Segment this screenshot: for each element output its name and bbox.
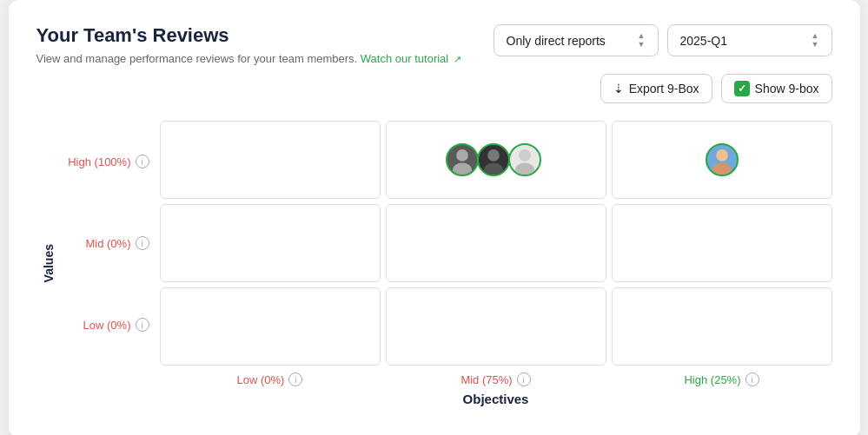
avatar-4: [706, 143, 739, 176]
svg-point-5: [514, 162, 533, 175]
svg-point-6: [716, 149, 728, 161]
subtitle: View and manage performance reviews for …: [36, 52, 461, 65]
show9box-button[interactable]: ✓ Show 9-box: [721, 74, 832, 103]
check-icon: ✓: [738, 82, 746, 95]
cell-low-low[interactable]: [160, 287, 381, 366]
cell-high-high[interactable]: [612, 121, 832, 199]
avatar-3: [508, 143, 541, 176]
svg-point-7: [712, 162, 731, 175]
cell-high-low[interactable]: [160, 121, 381, 199]
period-label: 2025-Q1: [680, 34, 727, 48]
avatar-2: [477, 143, 510, 176]
main-card: Your Team's Reviews View and manage perf…: [9, 0, 860, 435]
col-label-low: Low (0%) i: [160, 372, 381, 386]
svg-point-0: [456, 149, 468, 161]
scope-label: Only direct reports: [507, 34, 606, 48]
nine-box-grid: Values High (100%) i Mid (0%) i Low (0%): [36, 121, 832, 406]
row-low-info-icon[interactable]: i: [136, 318, 149, 332]
scope-arrows: ▲▼: [638, 32, 646, 49]
col-low-info-icon[interactable]: i: [288, 372, 302, 386]
export-button[interactable]: ⇣ Export 9-Box: [600, 74, 712, 103]
cell-mid-high[interactable]: [612, 204, 832, 282]
cell-low-high[interactable]: [612, 287, 832, 366]
svg-point-1: [452, 162, 471, 175]
cell-mid-mid[interactable]: [386, 204, 606, 282]
row-high-info-icon[interactable]: i: [136, 155, 149, 168]
row-mid-info-icon[interactable]: i: [136, 236, 149, 250]
col-label-mid: Mid (75%) i: [386, 372, 606, 386]
row-labels: High (100%) i Mid (0%) i Low (0%) i: [64, 121, 160, 366]
cell-low-mid[interactable]: [386, 287, 606, 366]
page-title: Your Team's Reviews: [36, 24, 461, 47]
subtitle-text: View and manage performance reviews for …: [36, 52, 358, 65]
export-icon: ⇣: [613, 82, 624, 96]
avatar-1: [446, 143, 479, 176]
row-label-mid: Mid (0%) i: [64, 204, 149, 282]
row-label-high: High (100%) i: [64, 122, 149, 201]
export-label: Export 9-Box: [629, 82, 699, 96]
external-link-icon: ↗: [454, 54, 461, 65]
grid-row-low: [160, 287, 832, 366]
x-axis-label: Objectives: [64, 392, 832, 406]
action-row: ⇣ Export 9-Box ✓ Show 9-box: [36, 74, 832, 103]
y-axis-label: Values: [42, 244, 56, 282]
svg-point-4: [519, 149, 531, 161]
col-labels-inner: Low (0%) i Mid (75%) i High (25%) i: [160, 372, 832, 386]
cell-mid-low[interactable]: [160, 204, 381, 282]
title-block: Your Team's Reviews View and manage perf…: [36, 24, 461, 65]
tutorial-link[interactable]: Watch our tutorial ↗: [361, 52, 461, 65]
period-arrows: ▲▼: [812, 32, 819, 49]
svg-point-2: [487, 149, 500, 161]
show9box-label: Show 9-box: [755, 82, 819, 96]
period-dropdown[interactable]: 2025-Q1 ▲▼: [667, 24, 832, 56]
col-label-high: High (25%) i: [612, 372, 832, 386]
grid-row-mid: [160, 204, 832, 282]
controls-top: Only direct reports ▲▼ 2025-Q1 ▲▼: [494, 24, 832, 56]
col-mid-info-icon[interactable]: i: [517, 372, 531, 386]
col-labels: Low (0%) i Mid (75%) i High (25%) i: [64, 372, 832, 386]
cell-high-mid[interactable]: [386, 121, 606, 199]
scope-dropdown[interactable]: Only direct reports ▲▼: [494, 24, 659, 56]
grid-main: [160, 121, 832, 366]
header-row: Your Team's Reviews View and manage perf…: [36, 24, 832, 65]
row-label-low: Low (0%) i: [64, 286, 149, 364]
grid-row-high: [160, 121, 832, 199]
svg-point-3: [483, 162, 502, 175]
col-high-info-icon[interactable]: i: [745, 372, 759, 386]
y-axis-wrap: Values: [36, 121, 61, 406]
show9box-checkbox: ✓: [734, 81, 750, 96]
